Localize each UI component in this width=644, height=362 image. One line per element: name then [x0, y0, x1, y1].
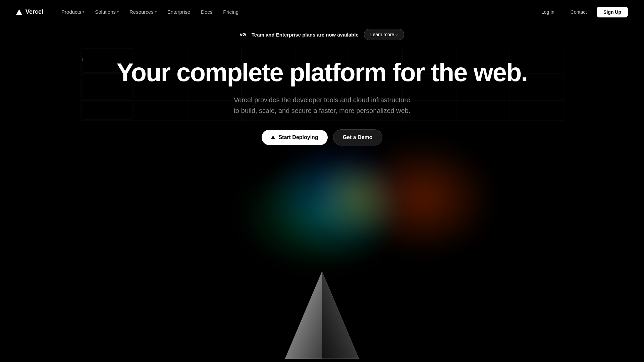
chevron-down-icon: ▾: [117, 10, 119, 14]
prism-triangle-svg: [278, 268, 366, 362]
logo-triangle-icon: [16, 9, 22, 15]
login-button[interactable]: Log In: [535, 7, 560, 17]
nav-item-docs[interactable]: Docs: [196, 6, 217, 17]
nav-label-resources: Resources: [129, 9, 154, 15]
hero-title: Your complete platform for the web.: [0, 58, 644, 86]
nav-item-solutions[interactable]: Solutions ▾: [90, 6, 123, 17]
hero-subtitle-line1: Vercel provides the developer tools and …: [234, 96, 410, 104]
announcement-icon: v⊘: [240, 32, 246, 37]
nav-item-resources[interactable]: Resources ▾: [125, 6, 161, 17]
chevron-down-icon: ▾: [155, 10, 157, 14]
hero-subtitle-line2: to build, scale, and secure a faster, mo…: [234, 107, 411, 114]
learn-more-label: Learn more: [370, 32, 394, 37]
nav-item-pricing[interactable]: Pricing: [218, 6, 243, 17]
arrow-right-icon: ›: [396, 32, 398, 37]
hero-section: Your complete platform for the web. Verc…: [0, 58, 644, 145]
nav-label-solutions: Solutions: [95, 9, 116, 15]
nav-label-pricing: Pricing: [223, 9, 238, 15]
glow-yellow: [305, 147, 406, 248]
learn-more-button[interactable]: Learn more ›: [364, 29, 404, 40]
contact-button[interactable]: Contact: [565, 7, 593, 17]
nav-links: Products ▾ Solutions ▾ Resources ▾ Enter…: [57, 6, 243, 17]
content-wrapper: Your complete platform for the web. Verc…: [0, 58, 644, 145]
chevron-down-icon: ▾: [83, 10, 84, 14]
nav-right: Log In Contact Sign Up: [535, 7, 628, 17]
start-deploying-button[interactable]: Start Deploying: [262, 130, 327, 145]
cta-buttons: Start Deploying Get a Demo: [0, 129, 644, 145]
logo[interactable]: Vercel: [16, 8, 43, 15]
signup-button[interactable]: Sign Up: [597, 7, 628, 17]
nav-left: Vercel Products ▾ Solutions ▾ Resources …: [16, 6, 243, 17]
nav-label-products: Products: [61, 9, 81, 15]
navbar: Vercel Products ▾ Solutions ▾ Resources …: [0, 0, 644, 24]
announcement-text: Team and Enterprise plans are now availa…: [252, 32, 359, 38]
announcement-banner: v⊘ Team and Enterprise plans are now ava…: [0, 24, 644, 45]
nav-label-docs: Docs: [201, 9, 212, 15]
get-demo-button[interactable]: Get a Demo: [333, 129, 382, 145]
hero-subtitle: Vercel provides the developer tools and …: [225, 95, 419, 116]
nav-label-enterprise: Enterprise: [167, 9, 190, 15]
triangle-icon: [271, 135, 275, 139]
nav-item-products[interactable]: Products ▾: [57, 6, 89, 17]
logo-text: Vercel: [25, 8, 43, 15]
nav-item-enterprise[interactable]: Enterprise: [163, 6, 195, 17]
start-deploying-label: Start Deploying: [278, 134, 318, 140]
v0-icon-text: v⊘: [240, 32, 246, 37]
